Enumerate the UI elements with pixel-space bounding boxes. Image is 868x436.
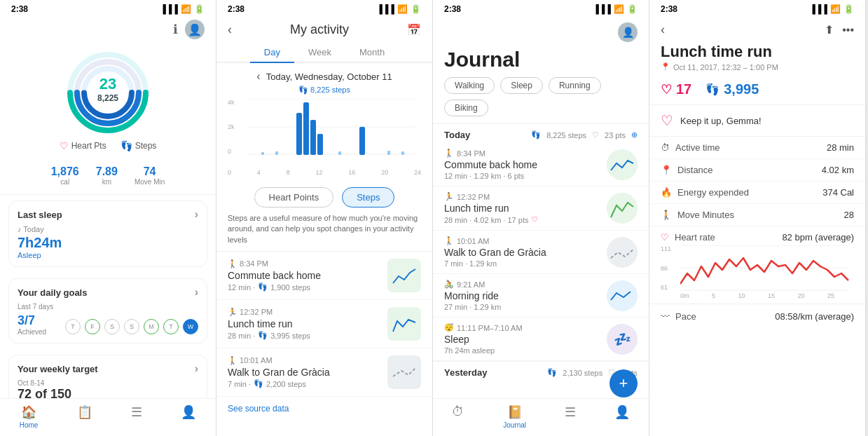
steps-btn[interactable]: Steps (342, 187, 394, 207)
map-thumbnail-1 (387, 259, 421, 292)
sleep-card[interactable]: Last sleep › ♪ Today 7h24m Asleep (8, 200, 207, 267)
j-map-3 (607, 237, 638, 268)
chip-walking[interactable]: Walking (444, 77, 495, 94)
svg-point-26 (607, 237, 638, 268)
goals-title: Your daily goals (18, 287, 87, 298)
svg-point-25 (607, 193, 638, 224)
svg-rect-23 (387, 355, 421, 389)
j-activity-1[interactable]: 🚶 8:34 PM Commute back home 12 min · 1.2… (433, 143, 649, 186)
activity-item-3[interactable]: 🚶 10:01 AM Walk to Gran de Gràcia 7 min … (216, 348, 432, 397)
activity-item-2[interactable]: 🏃 12:32 PM Lunch time run 28 min · 👣 3,9… (216, 300, 432, 348)
svg-rect-11 (296, 113, 302, 155)
activity-ring: 23 8,225 ♡ Heart Pts 👣 Steps (0, 45, 216, 160)
j-nav-menu[interactable]: ☰ (565, 404, 576, 429)
yesterday-label: Yesterday (444, 367, 487, 378)
j-activity-sleep[interactable]: 😴 11:11 PM–7:10 AM Sleep 7h 24m asleep 💤 (433, 318, 649, 361)
motivation-row: ♡ Keep it up, Gemma! (649, 105, 865, 137)
heart-pts-icon: ♡ (60, 140, 69, 151)
heartrate-icon: ♡ (661, 232, 669, 243)
svg-point-24 (607, 149, 638, 180)
tab-day[interactable]: Day (250, 43, 294, 63)
activity-tabs: Day Week Month (216, 43, 432, 63)
svg-rect-17 (275, 151, 278, 155)
metric-energy: 🔥 Energy expended 374 Cal (649, 182, 865, 204)
tab-week[interactable]: Week (294, 43, 345, 63)
stat-km: 7.89 km (96, 165, 118, 186)
j-map-4 (607, 280, 638, 311)
days-row: T F S S M T W (65, 319, 198, 334)
status-icons-2: ▐▐▐ 📶 🔋 (376, 4, 421, 14)
time-2: 2:38 (228, 4, 244, 14)
nav-menu[interactable]: ☰ (131, 404, 142, 429)
activity-item-1[interactable]: 🚶 8:34 PM Commute back home 12 min · 👣 1… (216, 252, 432, 300)
journal-bottom-nav: ⏱ 📔 Journal ☰ 👤 (433, 398, 649, 436)
nav-home[interactable]: 🏠 Home (20, 404, 39, 429)
heart-avg: 82 bpm (average) (782, 232, 854, 243)
svg-rect-14 (317, 134, 323, 155)
svg-rect-15 (359, 127, 365, 155)
journal-avatar[interactable]: 👤 (618, 22, 638, 42)
j-nav-journal[interactable]: 📔 Journal (503, 404, 526, 429)
run-icon-3: 🚶 (228, 356, 237, 365)
fab-add[interactable]: + (609, 369, 638, 397)
j-activity-4[interactable]: 🚴 9:21 AM Morning ride 27 min · 1.29 km (433, 274, 649, 318)
metric-active-time: ⏱ Active time 28 min (649, 137, 865, 159)
back-button-2[interactable]: ‹ (228, 22, 232, 37)
heart-points-btn[interactable]: Heart Points (254, 187, 334, 207)
tab-month[interactable]: Month (345, 43, 399, 63)
chip-running[interactable]: Running (549, 77, 601, 94)
run-date: 📍 Oct 11, 2017, 12:32 – 1:00 PM (649, 62, 865, 77)
home-icon: 🏠 (21, 404, 36, 420)
back-button-4[interactable]: ‹ (661, 22, 665, 37)
j-icon-1: 🚶 (444, 149, 454, 158)
calendar-icon[interactable]: 📅 (407, 23, 421, 36)
filter-chips: Walking Sleep Running Biking (433, 77, 649, 123)
svg-rect-20 (401, 151, 404, 155)
steps-icon-a3: 👣 (254, 379, 263, 388)
j-activity-2[interactable]: 🏃 12:32 PM Lunch time run 28 min · 4.02 … (433, 186, 649, 231)
chip-biking[interactable]: Biking (444, 100, 488, 116)
j-activity-3[interactable]: 🚶 10:01 AM Walk to Gran de Gràcia 7 min … (433, 231, 649, 274)
profile-icon-j: 👤 (614, 404, 630, 420)
menu-icon: ☰ (131, 404, 142, 420)
run-icon-2: 🏃 (228, 308, 237, 316)
journal-header: 👤 (433, 17, 649, 45)
j-nav-timer[interactable]: ⏱ (452, 404, 464, 429)
weekly-chevron: › (195, 362, 198, 375)
more-icon[interactable]: ••• (842, 24, 854, 36)
j-icon-4: 🚴 (444, 280, 454, 289)
date-nav: ‹ Today, Wednesday, October 11 (216, 63, 432, 86)
panel-run-detail: 2:38 ▐▐▐ 📶 🔋 ‹ ⬆ ••• Lunch time run 📍 Oc… (649, 0, 866, 436)
avatar[interactable]: 👤 (185, 20, 205, 39)
j-nav-profile[interactable]: 👤 (614, 404, 630, 429)
journal-icon: 📔 (507, 404, 523, 420)
nav-profile[interactable]: 👤 (181, 404, 196, 429)
time-4: 2:38 (661, 4, 677, 14)
goals-chevron: › (195, 286, 198, 299)
status-bar-3: 2:38 ▐▐▐ 📶 🔋 (433, 0, 649, 17)
bar-chart-svg (247, 99, 421, 155)
energy-icon: 🔥 (661, 187, 672, 198)
status-icons-1: ▐▐▐ 📶 🔋 (160, 4, 205, 14)
prev-day-button[interactable]: ‹ (256, 70, 260, 83)
svg-rect-19 (387, 151, 390, 155)
nav-activity[interactable]: 📋 (77, 404, 92, 429)
pace-row: 〰 Pace 08:58/km (average) (649, 304, 865, 329)
pace-icon: 〰 (661, 311, 670, 322)
steps-icon-4: 👣 (705, 83, 719, 96)
pin-icon: 📍 (661, 62, 670, 71)
activity-title: My activity (290, 22, 349, 37)
map-thumbnail-2 (387, 307, 421, 341)
stats-row: 1,876 cal 7.89 km 74 Move Min (0, 160, 216, 195)
chip-sleep[interactable]: Sleep (500, 77, 543, 94)
see-source-link[interactable]: See source data (216, 397, 432, 421)
panel-journal: 2:38 ▐▐▐ 📶 🔋 👤 Journal Walking Sleep Run… (433, 0, 649, 436)
share-icon[interactable]: ⬆ (825, 23, 834, 36)
sleep-icon-j: 😴 (444, 323, 454, 332)
svg-rect-16 (261, 152, 264, 155)
activity-header: ‹ My activity 📅 (216, 17, 432, 43)
ring-labels: ♡ Heart Pts 👣 Steps (60, 140, 157, 151)
home-header: ℹ 👤 (0, 17, 216, 45)
info-icon[interactable]: ℹ (173, 22, 178, 37)
daily-goals-card[interactable]: Your daily goals › Last 7 days 3/7 Achie… (8, 278, 207, 343)
